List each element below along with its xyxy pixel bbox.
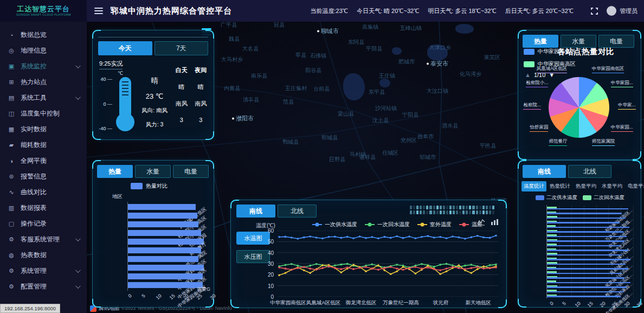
legend-item-一次回水温度[interactable]: 一次回水温度 xyxy=(365,221,410,228)
map-place-label: 王庄集村 xyxy=(285,85,307,92)
tab-水量[interactable]: 水量 xyxy=(135,165,171,178)
pie-legend-item[interactable]: 中华家园南低区 xyxy=(524,48,576,55)
tab-热量[interactable]: 热量 xyxy=(523,35,558,48)
day-night-value: 晴 xyxy=(172,83,191,91)
map-place-label: 鄄城县 xyxy=(282,138,299,146)
tab-今天[interactable]: 今天 xyxy=(98,41,152,55)
app-root: 工达智慧云平台 GONGDA SMART CLOUD PLATFORM 郓城中润… xyxy=(0,0,644,313)
x-category-label: 御龙湾北低区 xyxy=(346,299,377,306)
heat-bar-chart: 凤凰城A区低区检察院小区高区检察院小区低区怡舒家园师范餐厅师范家属院中华家园北高… xyxy=(127,202,208,291)
x-tick: 15 xyxy=(169,293,176,301)
line-chart-type-icon[interactable] xyxy=(477,219,485,226)
sidebar-item-heat-stations[interactable]: ⊞热力站点 xyxy=(0,74,87,90)
lake-shape xyxy=(455,24,474,34)
chart-toolbox xyxy=(477,219,499,226)
tab-水量[interactable]: 水量 xyxy=(561,35,596,48)
sidebar-item-config-manage[interactable]: ⚙配置管理 xyxy=(0,279,87,295)
realtime-icon: ▦ xyxy=(8,126,15,133)
chevron-down-icon xyxy=(75,283,81,289)
subtab-热量平均[interactable]: 热量平均 xyxy=(574,181,598,191)
pager-up-icon[interactable]: ▲ xyxy=(525,72,531,78)
bar-检察院小区低区 xyxy=(128,221,198,227)
tab-北线[interactable]: 北线 xyxy=(568,165,611,178)
bar-中华家园北低区 xyxy=(128,265,204,271)
sidebar-item-label: 数据总览 xyxy=(21,30,47,40)
sidebar-item-data-report[interactable]: ▥数据报表 xyxy=(0,200,87,216)
legend-label: 二次供水温度 xyxy=(546,194,577,201)
weather-panel: 今天7天 9:25实况 ℃ 40 —0 —-40 — 晴 23 ℃ 风向: 南风… xyxy=(92,30,214,140)
subtab-电量平均[interactable]: 电量平均 xyxy=(626,181,644,191)
map-place-label: 魏县 xyxy=(229,35,240,43)
sidebar-item-network-balance[interactable]: ◑全网平衡 xyxy=(0,153,87,169)
sidebar-item-temp-central-control[interactable]: ◫温度集中控制 xyxy=(0,106,87,122)
tab-北线[interactable]: 北线 xyxy=(278,205,317,218)
heat-pie-chart xyxy=(549,77,609,138)
subtab-水量平均[interactable]: 水量平均 xyxy=(600,181,624,191)
sidebar-item-service-system[interactable]: ⚙客服系统管理 xyxy=(0,232,87,247)
line-route-tabs: 南线北线 xyxy=(236,205,317,218)
pie-slice-label: 检察院... xyxy=(523,102,541,110)
sidebar-item-system-monitor[interactable]: ▣系统监控 xyxy=(0,59,87,74)
weather-summary: 当前温度:23℃今日天气: 晴 20℃~32℃明日天气: 多云 18℃~32℃后… xyxy=(310,7,582,15)
map-place-label: 汶上县 xyxy=(372,117,389,124)
sidebar-item-label: 系统工具 xyxy=(21,93,47,103)
legend-item-一次供水温度[interactable]: 一次供水温度 xyxy=(312,221,357,228)
tab-南线[interactable]: 南线 xyxy=(523,165,566,178)
bar-师范餐厅 xyxy=(128,239,204,245)
legend-item-二次供水温度[interactable]: 二次供水温度 xyxy=(536,194,577,201)
energy-icon: ▰ xyxy=(8,142,15,149)
water-pressure-chart-button[interactable]: 水压图 xyxy=(236,250,270,263)
sidebar-item-system-tools[interactable]: ▤系统工具 xyxy=(0,90,87,106)
legend-marker xyxy=(459,224,469,225)
bar-chart-type-icon[interactable] xyxy=(491,219,499,226)
sidebar-item-meter-data[interactable]: ◍热表数据 xyxy=(0,247,87,263)
header-right: 当前温度:23℃今日天气: 晴 20℃~32℃明日天气: 多云 18℃~32℃后… xyxy=(310,6,644,16)
subtab-热量统计[interactable]: 热量统计 xyxy=(548,181,572,191)
station-heat-pie-panel: 热量水量电量 各站点热量对比 中华家园南低区 中华家园南高区 ▲ 1/10 ▼ … xyxy=(518,30,641,160)
balance-icon: ◑ xyxy=(8,158,15,164)
fullscreen-icon[interactable] xyxy=(591,8,598,15)
bar-师范家属院 xyxy=(128,247,201,253)
sidebar-item-system-manage[interactable]: ⚙系统管理 xyxy=(0,263,87,279)
x-category-label: 万象世纪一期高 xyxy=(383,299,419,306)
x-category-label: 中华家园南低区 xyxy=(270,299,306,306)
tab-7天[interactable]: 7天 xyxy=(154,41,209,55)
sidebar-item-energy-data[interactable]: ▰能耗数据 xyxy=(0,137,87,153)
sidebar-item-label: 地理信息 xyxy=(21,46,47,55)
tab-电量[interactable]: 电量 xyxy=(598,35,634,48)
tab-南线[interactable]: 南线 xyxy=(236,205,275,218)
chevron-down-icon xyxy=(75,63,81,68)
water-temp-chart-button[interactable]: 水温图 xyxy=(236,232,270,245)
map-place-label: 大汶口镇 xyxy=(427,87,448,95)
legend-item-二次回水温度[interactable]: 二次回水温度 xyxy=(583,194,624,201)
tab-热量[interactable]: 热量 xyxy=(97,165,133,178)
y-tick: 60 xyxy=(268,228,277,234)
user-menu[interactable]: 管理员 xyxy=(607,6,637,16)
bar-supply-temp xyxy=(547,218,626,219)
sidebar-item-data-overview[interactable]: ◔数据总览 xyxy=(0,27,87,43)
day-night-value: 南风 xyxy=(172,100,191,108)
tab-电量[interactable]: 电量 xyxy=(173,165,209,178)
bar-supply-temp xyxy=(547,254,622,256)
pie-energy-type-tabs: 热量水量电量 xyxy=(523,35,634,48)
map-place-label: 台前县 xyxy=(313,85,330,93)
menu-collapse-icon[interactable] xyxy=(94,8,103,14)
bar-supply-temp xyxy=(547,264,626,265)
sidebar-item-curve-compare[interactable]: ∿曲线对比 xyxy=(0,184,87,200)
subtab-温度统计[interactable]: 温度统计 xyxy=(521,181,546,191)
sidebar-item-realtime-data[interactable]: ▦实时数据 xyxy=(0,122,87,137)
sidebar-item-label: 系统监控 xyxy=(21,62,47,71)
map-canvas[interactable]: 腾讯地图 ©2022 Tencent - GS(2022)2224号 - Dat… xyxy=(87,22,644,313)
lake-shape xyxy=(343,73,365,100)
legend-item-室外温度[interactable]: 室外温度 xyxy=(417,221,452,228)
weather-item: 今日天气: 晴 20℃~32℃ xyxy=(357,8,419,14)
map-place-label: 宁阳县 xyxy=(402,111,418,119)
sidebar-item-alarm-info[interactable]: ⊚报警信息 xyxy=(0,169,87,184)
sidebar-item-operation-log[interactable]: ▢操作记录 xyxy=(0,216,87,232)
map-place-label: 化马湾乡 xyxy=(460,71,481,78)
logo-subtitle: GONGDA SMART CLOUD PLATFORM xyxy=(16,13,70,16)
bar-supply-temp xyxy=(547,250,628,251)
pie-slice-label: 中华家园... xyxy=(611,80,633,87)
sidebar-item-geo-info[interactable]: ◎地理信息 xyxy=(0,43,87,59)
x-category-label: 新天地低区 xyxy=(466,299,492,306)
